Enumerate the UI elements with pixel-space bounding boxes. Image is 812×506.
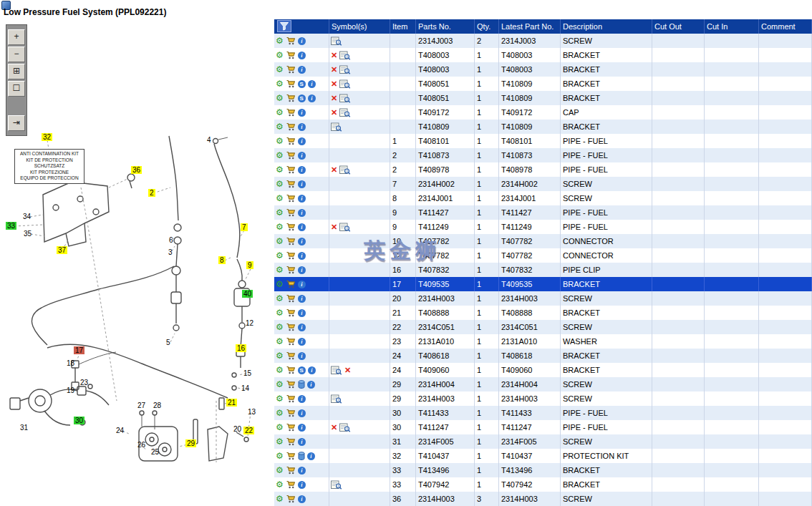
callout-5[interactable]: 5 bbox=[165, 339, 172, 346]
cart-icon[interactable] bbox=[286, 251, 296, 260]
table-row[interactable]: ⚙i202314H00312314H003SCREW bbox=[274, 291, 812, 306]
gear-icon[interactable]: ⚙ bbox=[276, 380, 284, 389]
collapse-panel-button[interactable]: ⇥ bbox=[8, 115, 25, 131]
column-header-parts-no[interactable]: Parts No. bbox=[416, 19, 475, 34]
callout-4[interactable]: 4 bbox=[206, 136, 213, 144]
gear-icon[interactable]: ⚙ bbox=[276, 294, 284, 303]
callout-21[interactable]: 21 bbox=[226, 399, 237, 407]
picture-search-icon[interactable] bbox=[339, 223, 351, 232]
callout-3[interactable]: 3 bbox=[167, 248, 174, 256]
info-icon[interactable]: i bbox=[298, 352, 306, 360]
cart-icon[interactable] bbox=[286, 452, 296, 460]
callout-12[interactable]: 12 bbox=[244, 319, 255, 327]
info-icon[interactable]: i bbox=[298, 252, 306, 260]
picture-search-icon[interactable] bbox=[331, 37, 342, 46]
gear-icon[interactable]: ⚙ bbox=[276, 37, 284, 45]
callout-9[interactable]: 9 bbox=[246, 261, 253, 269]
gear-icon[interactable]: ⚙ bbox=[276, 409, 284, 417]
info-icon[interactable]: i bbox=[298, 309, 306, 317]
cart-icon[interactable] bbox=[286, 280, 296, 288]
gear-icon[interactable]: ⚙ bbox=[276, 180, 284, 188]
cart-icon[interactable] bbox=[286, 480, 296, 489]
table-row[interactable]: ⚙Si✕T4080511T410809BRACKET bbox=[274, 91, 812, 105]
s-icon[interactable]: S bbox=[298, 366, 306, 374]
table-row[interactable]: ⚙i2314J00322314J003SCREW bbox=[274, 34, 812, 48]
gear-icon[interactable]: ⚙ bbox=[276, 165, 284, 174]
zoom-in-button[interactable]: + bbox=[8, 29, 25, 45]
table-row[interactable]: ⚙i72314H00212314H002SCREW bbox=[274, 177, 812, 191]
callout-26[interactable]: 26 bbox=[136, 441, 147, 449]
table-row[interactable]: ⚙i30T4114331T411433PIPE - FUEL bbox=[274, 406, 812, 420]
table-row[interactable]: ⚙i9T4114271T411427PIPE - FUEL bbox=[274, 205, 812, 220]
info-icon[interactable]: i bbox=[298, 152, 306, 160]
info-icon[interactable]: i bbox=[298, 323, 306, 331]
table-row[interactable]: ⚙i312314F00512314F005SCREW bbox=[274, 434, 812, 449]
single-view-button[interactable]: ☐ bbox=[8, 81, 25, 97]
gear-icon[interactable]: ⚙ bbox=[276, 280, 284, 288]
callout-17[interactable]: 17 bbox=[74, 346, 84, 354]
picture-search-icon[interactable] bbox=[331, 122, 342, 132]
cart-icon[interactable] bbox=[286, 266, 296, 274]
s-icon[interactable]: S bbox=[298, 80, 306, 88]
callout-20[interactable]: 20 bbox=[232, 425, 243, 433]
gear-icon[interactable]: ⚙ bbox=[276, 437, 284, 446]
table-row[interactable]: ⚙i2T4108731T410873PIPE - FUEL bbox=[274, 148, 812, 162]
gear-icon[interactable]: ⚙ bbox=[276, 94, 284, 102]
cart-icon[interactable] bbox=[286, 394, 296, 403]
info-icon[interactable]: i bbox=[298, 338, 306, 346]
zoom-out-button[interactable]: − bbox=[8, 47, 25, 62]
info-icon[interactable]: i bbox=[298, 195, 306, 203]
table-row[interactable]: ⚙i232131A01012131A010WASHER bbox=[274, 334, 812, 349]
cart-icon[interactable] bbox=[286, 466, 296, 475]
filter-button[interactable] bbox=[277, 20, 291, 32]
cart-icon[interactable] bbox=[286, 165, 296, 174]
callout-33[interactable]: 33 bbox=[6, 222, 16, 230]
column-header-qty[interactable]: Qty. bbox=[475, 19, 499, 34]
multi-view-button[interactable]: ⊞ bbox=[8, 64, 25, 79]
table-row[interactable]: ⚙i✕9T4112491T411249PIPE - FUEL bbox=[274, 220, 812, 234]
callout-19[interactable]: 19 bbox=[65, 386, 76, 394]
callout-27[interactable]: 27 bbox=[136, 402, 147, 409]
gear-icon[interactable]: ⚙ bbox=[276, 151, 284, 160]
table-row[interactable]: ⚙i✕T4080031T408003BRACKET bbox=[274, 62, 812, 77]
cart-icon[interactable] bbox=[286, 108, 296, 117]
gear-icon[interactable]: ⚙ bbox=[276, 308, 284, 317]
cart-icon[interactable] bbox=[286, 294, 296, 303]
cart-icon[interactable] bbox=[286, 495, 296, 503]
column-header-item[interactable]: Item bbox=[390, 19, 416, 34]
table-row[interactable]: ⚙i362314H00332314H003SCREW bbox=[274, 492, 812, 506]
table-row[interactable]: ⚙i✕30T4112471T411247PIPE - FUEL bbox=[274, 420, 812, 434]
info-icon[interactable]: i bbox=[298, 137, 306, 145]
gear-icon[interactable]: ⚙ bbox=[276, 394, 284, 403]
info-icon[interactable]: i bbox=[298, 438, 306, 446]
picture-search-icon[interactable] bbox=[339, 165, 351, 175]
callout-8[interactable]: 8 bbox=[218, 256, 226, 264]
info-icon[interactable]: i bbox=[308, 80, 316, 88]
gear-icon[interactable]: ⚙ bbox=[276, 108, 284, 117]
table-row[interactable]: ⚙i10T4077821T407782CONNECTOR bbox=[274, 234, 812, 248]
info-icon[interactable]: i bbox=[298, 109, 306, 117]
cart-icon[interactable] bbox=[286, 337, 296, 346]
gear-icon[interactable]: ⚙ bbox=[276, 351, 284, 360]
table-row[interactable]: ⚙i✕T4080031T408003BRACKET bbox=[274, 48, 812, 62]
callout-24[interactable]: 24 bbox=[115, 427, 125, 434]
kit-icon[interactable] bbox=[298, 380, 305, 389]
gear-icon[interactable]: ⚙ bbox=[276, 452, 284, 460]
callout-22[interactable]: 22 bbox=[243, 427, 254, 434]
cart-icon[interactable] bbox=[286, 423, 296, 432]
callout-32[interactable]: 32 bbox=[42, 133, 52, 141]
picture-search-icon[interactable] bbox=[339, 79, 351, 89]
table-row[interactable]: ⚙i24T4086181T408618BRACKET bbox=[274, 349, 812, 363]
info-icon[interactable]: i bbox=[298, 424, 306, 432]
info-icon[interactable]: i bbox=[298, 238, 306, 245]
s-icon[interactable]: S bbox=[298, 94, 306, 102]
column-header-latest-part-no[interactable]: Latest Part No. bbox=[499, 19, 561, 34]
gear-icon[interactable]: ⚙ bbox=[276, 79, 284, 88]
kit-icon[interactable] bbox=[298, 452, 305, 460]
cart-icon[interactable] bbox=[286, 122, 296, 131]
column-header-comment[interactable]: Comment bbox=[759, 19, 812, 34]
cart-icon[interactable] bbox=[286, 94, 296, 102]
info-icon[interactable]: i bbox=[308, 94, 316, 102]
info-icon[interactable]: i bbox=[298, 123, 306, 131]
callout-6[interactable]: 6 bbox=[168, 236, 175, 244]
